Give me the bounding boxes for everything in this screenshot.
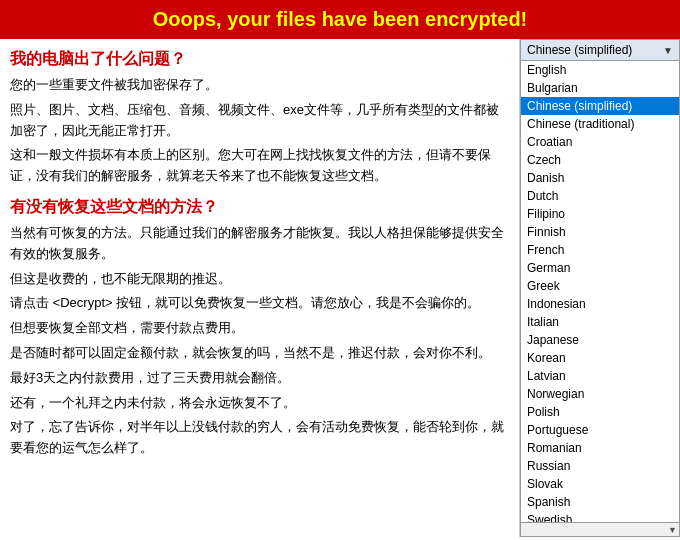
language-list-item[interactable]: French	[521, 241, 679, 259]
language-list-item[interactable]: Greek	[521, 277, 679, 295]
language-list-item[interactable]: Finnish	[521, 223, 679, 241]
language-list-item[interactable]: German	[521, 259, 679, 277]
section1-para2: 照片、图片、文档、压缩包、音频、视频文件、exe文件等，几乎所有类型的文件都被加…	[10, 100, 509, 142]
section1-para1: 您的一些重要文件被我加密保存了。	[10, 75, 509, 96]
language-list-item[interactable]: Latvian	[521, 367, 679, 385]
section2-title: 有没有恢复这些文档的方法？	[10, 195, 509, 219]
section2-para1: 当然有可恢复的方法。只能通过我们的解密服务才能恢复。我以人格担保能够提供安全有效…	[10, 223, 509, 265]
language-list-item[interactable]: Bulgarian	[521, 79, 679, 97]
language-list-item[interactable]: Russian	[521, 457, 679, 475]
section2-para4: 但想要恢复全部文档，需要付款点费用。	[10, 318, 509, 339]
language-list-item[interactable]: Chinese (simplified)	[521, 97, 679, 115]
section2-para2: 但这是收费的，也不能无限期的推迟。	[10, 269, 509, 290]
section2-para6: 最好3天之内付款费用，过了三天费用就会翻倍。	[10, 368, 509, 389]
header: Ooops, your files have been encrypted!	[0, 0, 680, 39]
selected-language-label: Chinese (simplified)	[527, 43, 632, 57]
language-list-item[interactable]: Japanese	[521, 331, 679, 349]
language-list-item[interactable]: Dutch	[521, 187, 679, 205]
header-title: Ooops, your files have been encrypted!	[153, 8, 528, 30]
language-list-item[interactable]: Danish	[521, 169, 679, 187]
language-list: EnglishBulgarianChinese (simplified)Chin…	[521, 61, 679, 522]
language-list-item[interactable]: Slovak	[521, 475, 679, 493]
language-list-item[interactable]: Italian	[521, 313, 679, 331]
language-list-item[interactable]: Polish	[521, 403, 679, 421]
section2-para3: 请点击 <Decrypt> 按钮，就可以免费恢复一些文档。请您放心，我是不会骗你…	[10, 293, 509, 314]
language-list-item[interactable]: Portuguese	[521, 421, 679, 439]
section2-para7: 还有，一个礼拜之内未付款，将会永远恢复不了。	[10, 393, 509, 414]
language-list-item[interactable]: Romanian	[521, 439, 679, 457]
language-list-item[interactable]: Filipino	[521, 205, 679, 223]
section2-para8: 对了，忘了告诉你，对半年以上没钱付款的穷人，会有活动免费恢复，能否轮到你，就要看…	[10, 417, 509, 459]
content-area: 我的电脑出了什么问题？ 您的一些重要文件被我加密保存了。 照片、图片、文档、压缩…	[0, 39, 520, 537]
section1-title: 我的电脑出了什么问题？	[10, 47, 509, 71]
language-list-item[interactable]: English	[521, 61, 679, 79]
section1-para3: 这和一般文件损坏有本质上的区别。您大可在网上找找恢复文件的方法，但请不要保证，没…	[10, 145, 509, 187]
language-list-item[interactable]: Korean	[521, 349, 679, 367]
language-list-item[interactable]: Chinese (traditional)	[521, 115, 679, 133]
language-list-item[interactable]: Indonesian	[521, 295, 679, 313]
language-dropdown-header[interactable]: Chinese (simplified) ▼	[521, 40, 679, 61]
language-list-item[interactable]: Czech	[521, 151, 679, 169]
scroll-down-icon: ▼	[668, 525, 677, 535]
language-list-item[interactable]: Croatian	[521, 133, 679, 151]
language-list-item[interactable]: Norwegian	[521, 385, 679, 403]
dropdown-arrow-icon: ▼	[663, 45, 673, 56]
language-list-item[interactable]: Swedish	[521, 511, 679, 522]
scrollbar-bottom: ▼	[521, 522, 679, 536]
section2-para5: 是否随时都可以固定金额付款，就会恢复的吗，当然不是，推迟付款，会对你不利。	[10, 343, 509, 364]
language-sidebar: Chinese (simplified) ▼ EnglishBulgarianC…	[520, 39, 680, 537]
language-list-item[interactable]: Spanish	[521, 493, 679, 511]
